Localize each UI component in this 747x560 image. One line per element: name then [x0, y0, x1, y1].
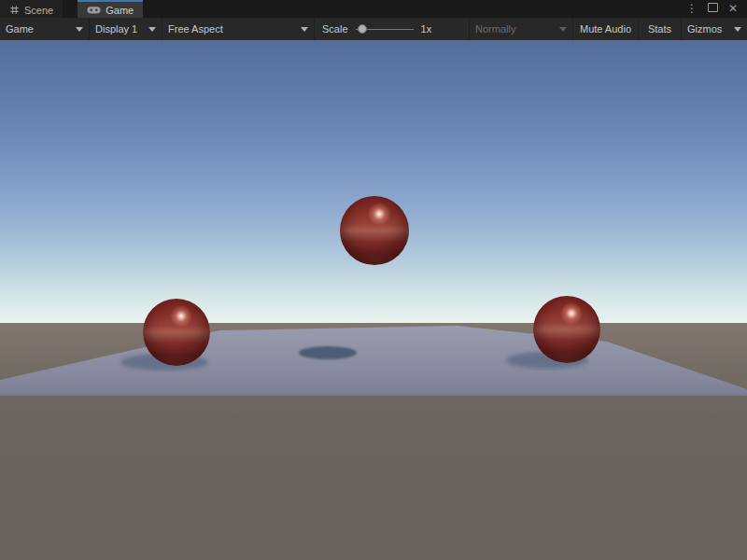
- play-mode-dropdown: Normally: [469, 18, 573, 40]
- red-sphere-right: [533, 296, 600, 363]
- sphere-shadow-center: [299, 346, 357, 359]
- chevron-down-icon: [301, 27, 308, 32]
- stats-label: Stats: [648, 23, 671, 35]
- game-view-toolbar: Game Display 1 Free Aspect Scale 1x Norm…: [0, 18, 747, 40]
- gamepad-icon: [87, 6, 101, 15]
- tab-scene[interactable]: Scene: [0, 0, 63, 18]
- window-controls: ⋮ ✕: [685, 0, 747, 18]
- view-mode-dropdown[interactable]: Game: [0, 18, 90, 40]
- mute-audio-button[interactable]: Mute Audio: [573, 18, 639, 40]
- tab-gap: [63, 0, 78, 18]
- platform-and-shadows: [0, 40, 747, 560]
- stats-button[interactable]: Stats: [639, 18, 682, 40]
- gizmos-dropdown[interactable]: Gizmos: [682, 18, 747, 40]
- view-mode-label: Game: [6, 23, 34, 35]
- chevron-down-icon: [734, 27, 741, 32]
- panel-tab-bar: Scene Game ⋮ ✕: [0, 0, 747, 18]
- mute-audio-label: Mute Audio: [580, 23, 631, 35]
- scale-control: Scale 1x: [315, 18, 439, 40]
- chevron-down-icon: [76, 27, 83, 32]
- red-sphere-airborne: [340, 196, 409, 265]
- more-options-icon[interactable]: ⋮: [685, 0, 698, 18]
- scale-slider-thumb[interactable]: [358, 24, 367, 34]
- scale-value: 1x: [421, 23, 432, 35]
- display-dropdown[interactable]: Display 1: [90, 18, 162, 40]
- scale-slider[interactable]: [356, 24, 414, 34]
- aspect-ratio-label: Free Aspect: [168, 23, 223, 35]
- red-sphere-left: [143, 299, 210, 366]
- toolbar-spacer: [439, 18, 469, 40]
- platform-quad: [0, 326, 747, 396]
- chevron-down-icon: [559, 27, 567, 32]
- gizmos-label: Gizmos: [687, 23, 722, 35]
- tab-scene-label: Scene: [24, 5, 53, 16]
- grid-icon: [9, 5, 20, 15]
- maximize-icon[interactable]: [706, 0, 719, 18]
- tab-game[interactable]: Game: [78, 0, 143, 18]
- close-icon[interactable]: ✕: [726, 0, 740, 18]
- aspect-ratio-dropdown[interactable]: Free Aspect: [162, 18, 315, 40]
- tab-game-label: Game: [106, 5, 134, 16]
- display-label: Display 1: [95, 23, 137, 35]
- game-viewport[interactable]: [0, 40, 747, 560]
- play-mode-label: Normally: [475, 23, 515, 35]
- scale-label: Scale: [322, 23, 348, 35]
- tab-bar-spacer: [143, 0, 685, 18]
- chevron-down-icon: [148, 27, 156, 32]
